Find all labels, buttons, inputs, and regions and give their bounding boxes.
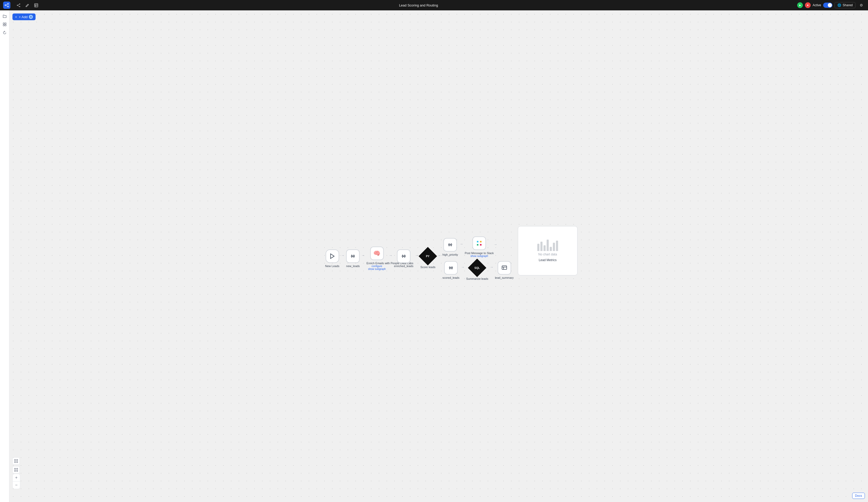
svg-rect-40 [477, 241, 478, 242]
arrow-2: → [361, 253, 365, 263]
enrich-box[interactable]: 🧠 [370, 246, 384, 260]
app-logo[interactable] [3, 2, 10, 9]
svg-rect-16 [3, 25, 4, 26]
grid-button[interactable] [12, 466, 20, 473]
svg-rect-59 [17, 468, 18, 469]
svg-rect-51 [502, 266, 507, 269]
shared-button[interactable]: 🌐 Shared [835, 2, 856, 8]
svg-point-2 [5, 5, 6, 6]
bottom-branch: scored_leads → SQL Summarize leads → [442, 260, 514, 280]
svg-point-44 [449, 267, 451, 268]
node-high-priority[interactable]: high_priority [442, 238, 458, 256]
extra-controls [12, 457, 20, 473]
svg-point-26 [402, 255, 403, 257]
high-priority-box[interactable] [443, 238, 457, 251]
enrich-label: Enrich Emails with People Data Labs [366, 261, 387, 264]
arrow-1: → [341, 253, 344, 263]
enriched-leads-label: enriched_leads [394, 264, 414, 267]
node-enriched-leads[interactable]: enriched_leads [394, 249, 414, 267]
svg-rect-60 [14, 470, 16, 471]
user-avatar: A [29, 15, 33, 19]
new-leads-data-label: new_leads [346, 264, 360, 267]
docs-button[interactable]: Docs [852, 493, 865, 499]
chart-bar-7 [556, 240, 558, 251]
svg-rect-55 [17, 459, 18, 461]
zoom-out-button[interactable]: − [13, 482, 20, 489]
share-button[interactable] [14, 1, 22, 9]
node-new-leads-data[interactable]: new_leads [346, 249, 360, 267]
summarize-leads-label: Summarize leads [466, 277, 488, 280]
node-lead-summary[interactable]: lead_summary [495, 261, 514, 279]
svg-rect-17 [5, 25, 6, 26]
svg-point-0 [8, 3, 9, 4]
post-slack-show-subgraph[interactable]: show subgraph [470, 255, 488, 258]
node-new-leads[interactable]: New Leads [325, 249, 339, 267]
sidebar-folder-icon[interactable] [1, 12, 8, 20]
sidebar-layers-icon[interactable] [1, 21, 8, 28]
arrow-8: → [490, 265, 493, 275]
top-branch: high_priority → Post Message to Slack [442, 237, 502, 258]
svg-line-3 [6, 4, 8, 5]
svg-rect-56 [14, 462, 16, 463]
node-score-leads[interactable]: PY Score leads [420, 248, 436, 268]
svg-rect-41 [477, 244, 478, 245]
chart-bars [537, 239, 558, 251]
score-leads-diamond[interactable]: PY [420, 248, 436, 264]
new-leads-box[interactable] [326, 249, 339, 263]
zoom-controls: + − [12, 474, 20, 489]
lead-summary-box[interactable] [498, 261, 511, 275]
post-slack-label: Post Message to Slack [465, 252, 494, 255]
workflow-title: Lead Scoring and Routing [40, 3, 797, 7]
enrich-show-subgraph-link[interactable]: show subgraph [368, 267, 386, 270]
arrow-6: → [459, 242, 463, 252]
sidebar [0, 10, 9, 502]
topbar: Lead Scoring and Routing Active 🌐 Shared… [0, 0, 868, 10]
zoom-in-button[interactable]: + [13, 474, 20, 481]
svg-marker-18 [330, 254, 334, 258]
svg-rect-43 [480, 244, 482, 245]
node-summarize-leads[interactable]: SQL Summarize leads [466, 260, 488, 280]
svg-rect-57 [17, 462, 18, 463]
chart-bar-4 [547, 239, 549, 251]
configure-link[interactable]: configure [371, 264, 382, 267]
no-chart-data-label: No chart data [538, 252, 557, 256]
sql-label: SQL [474, 266, 480, 269]
arrow-4: → [415, 253, 418, 263]
add-button[interactable]: + + Add A [12, 13, 35, 20]
svg-rect-15 [5, 23, 6, 24]
lead-metrics-chart: No chart data Lead Metrics [518, 226, 577, 275]
workflow-canvas: + + Add A New Leads → new_leads → 🧠 [9, 10, 868, 502]
fork-section: high_priority → Post Message to Slack [442, 237, 514, 280]
svg-point-45 [451, 267, 453, 268]
node-enrich[interactable]: 🧠 Enrich Emails with People Data Labs co… [366, 246, 387, 270]
table-button[interactable] [32, 1, 40, 9]
active-toggle[interactable] [823, 3, 833, 8]
summarize-leads-diamond[interactable]: SQL [469, 260, 485, 276]
svg-rect-42 [480, 241, 482, 242]
svg-rect-14 [3, 23, 4, 24]
node-post-slack[interactable]: Post Message to Slack show subgraph [465, 237, 494, 258]
topbar-right: Active 🌐 Shared ⚙ [797, 2, 865, 9]
scored-leads-box[interactable] [444, 261, 458, 275]
settings-button[interactable]: ⚙ [858, 2, 865, 9]
svg-point-20 [353, 255, 355, 257]
sidebar-history-icon[interactable] [1, 29, 8, 36]
run-button[interactable] [797, 2, 803, 8]
svg-line-4 [6, 6, 8, 6]
enriched-leads-box[interactable] [397, 249, 410, 263]
svg-point-6 [19, 6, 20, 7]
post-slack-box[interactable] [472, 237, 486, 250]
edit-button[interactable] [23, 1, 31, 9]
workflow-graph: New Leads → new_leads → 🧠 Enrich Emails … [325, 237, 577, 280]
svg-rect-54 [14, 459, 16, 461]
new-leads-label: New Leads [325, 264, 339, 267]
svg-point-1 [8, 6, 9, 7]
stop-button[interactable] [805, 2, 811, 8]
svg-point-34 [451, 244, 452, 245]
fit-view-button[interactable] [12, 457, 20, 465]
py-label: PY [426, 255, 430, 258]
svg-point-7 [17, 5, 18, 6]
svg-rect-58 [14, 468, 16, 469]
node-scored-leads[interactable]: scored_leads [442, 261, 459, 279]
new-leads-data-box[interactable] [346, 249, 360, 263]
